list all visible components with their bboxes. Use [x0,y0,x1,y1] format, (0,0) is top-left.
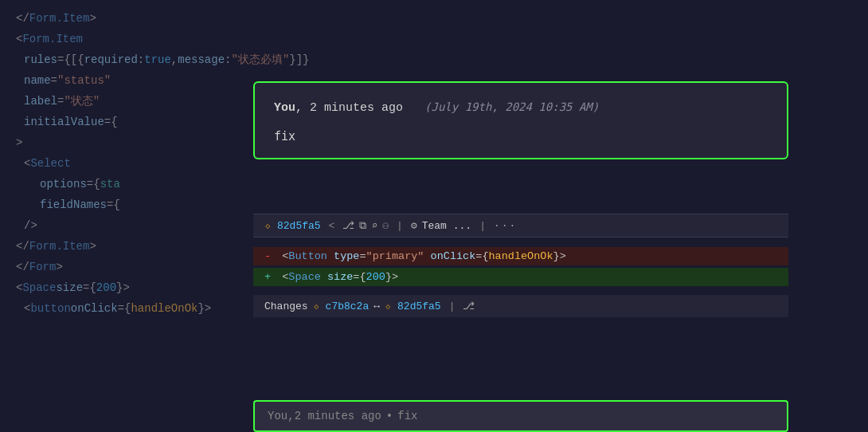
tooltip-time-absolute: (July 19th, 2024 10:35 AM) [424,100,599,113]
git-sep-1: < [329,220,335,232]
git-sep-3: | [479,220,486,232]
code-line-1: </Form.Item> [0,8,868,29]
git-search-icon[interactable]: ⌕ [371,219,377,232]
changes-arrow: ↔ [373,300,380,312]
changes-hash-from[interactable]: c7b8c2a [326,300,369,312]
diff-plus-line: + <Space size={200}> [253,268,788,286]
tooltip-author: You [274,101,295,115]
tooltip-comma: , [295,101,310,115]
tooltip-header: You, 2 minutes ago (July 19th, 2024 10:3… [274,99,768,118]
git-blame-bar: ⬦ 82d5fa5 < ⎇ ⧉ ⌕ ⚇ | ⚙ Team ... | ··· [253,214,788,238]
git-copy-icon[interactable]: ⧉ [359,220,366,232]
status-bar: You, 2 minutes ago • fix [253,400,788,432]
code-line-10: fieldNames={ [0,194,868,215]
changes-label: Changes [264,300,308,312]
git-more-dots[interactable]: ··· [494,220,517,232]
git-sep-2: | [397,220,403,232]
git-person-icon[interactable]: ⚇ [382,219,389,232]
code-line-2: <Form.Item [0,29,868,49]
changes-to-icon: ⬦ [385,300,391,312]
git-hash[interactable]: 82d5fa5 [277,220,321,232]
changes-from-icon: ⬦ [313,300,319,312]
status-comma: , [287,410,294,422]
tooltip-time-relative: 2 minutes ago [310,101,403,115]
git-team-icon: ⚙ [411,219,417,232]
git-branch-icon[interactable]: ⎇ [342,219,354,232]
diff-plus-sign: + [264,271,271,283]
changes-sep: | [449,300,456,312]
changes-bar: Changes ⬦ c7b8c2a ↔ ⬦ 82d5fa5 | ⎇ [253,295,788,317]
changes-hash-to[interactable]: 82d5fa5 [397,300,441,312]
tooltip-message: fix [274,129,768,143]
diff-minus-sign: - [264,250,271,262]
git-team-label[interactable]: Team ... [422,220,471,232]
status-message: fix [397,410,417,422]
changes-branch-icon[interactable]: ⎇ [463,300,475,312]
status-author: You [268,410,287,422]
git-blame-tooltip: You, 2 minutes ago (July 19th, 2024 10:3… [253,81,788,159]
status-dot: • [386,410,393,422]
code-line-9: options={sta [0,174,868,194]
status-time: 2 minutes ago [295,410,381,422]
diff-minus-line: - <Button type="primary" onClick={handle… [253,247,788,265]
code-line-3: rules={[{ required: true, message: "状态必填… [0,49,868,70]
git-commit-icon: ⬦ [264,219,271,232]
